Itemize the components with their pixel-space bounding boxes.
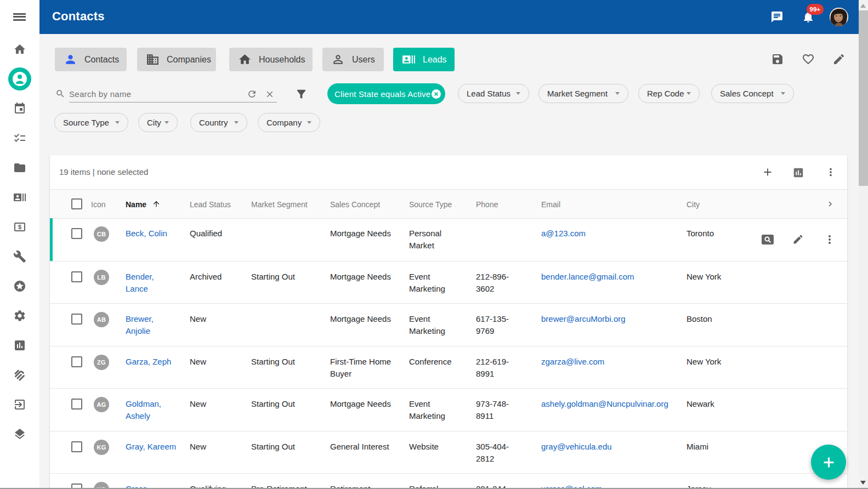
svg-text:$: $ xyxy=(18,224,21,230)
